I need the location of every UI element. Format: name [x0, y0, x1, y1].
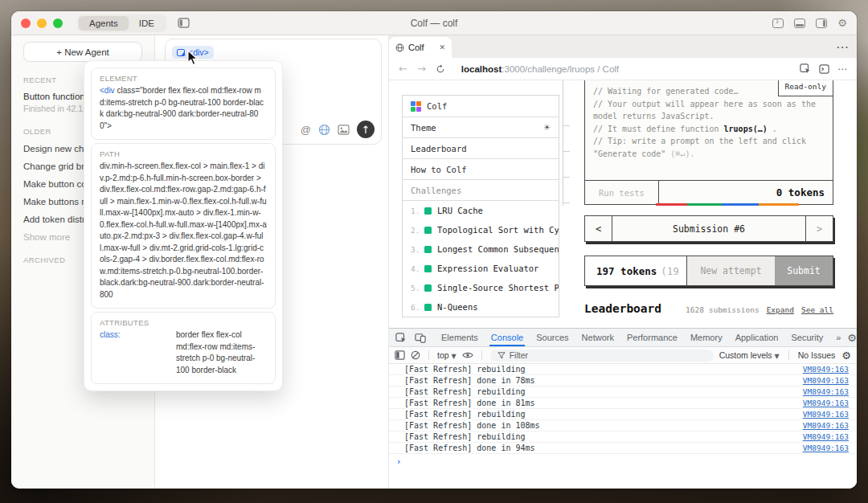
devtools-settings-icon[interactable]: ⚙: [847, 333, 857, 343]
submit-button[interactable]: Submit: [775, 256, 833, 285]
close-window-button[interactable]: [21, 18, 31, 28]
colf-app-viewport: Colf Theme ☀ Leaderboard How to Colf Cha…: [389, 80, 857, 328]
mode-switcher: Agents IDE: [77, 14, 166, 32]
source-link[interactable]: VM8949:163: [803, 376, 849, 385]
attr-value: border flex flex-col md:flex-row md:item…: [176, 329, 267, 376]
challenges-label: Challenges: [411, 186, 461, 195]
devtools-panel: Elements Console Sources Network Perform…: [389, 328, 857, 489]
console-settings-icon[interactable]: ⚙: [841, 350, 851, 361]
nav-leaderboard[interactable]: Leaderboard: [403, 138, 559, 159]
inspect-element-icon[interactable]: [800, 63, 811, 74]
minimize-window-button[interactable]: [37, 18, 47, 28]
code-output-panel: Read-only // Waiting for generated code……: [584, 80, 833, 205]
tab-console[interactable]: Console: [485, 329, 530, 346]
nav-how-to-colf[interactable]: How to Colf: [403, 159, 559, 180]
panel-bottom-icon[interactable]: [794, 18, 805, 28]
console-prompt[interactable]: ›: [389, 454, 857, 466]
nav-theme[interactable]: Theme ☀: [403, 117, 559, 138]
console-log[interactable]: [Fast Refresh] rebuildingVM8949:163 [Fas…: [389, 364, 857, 489]
devtools-inspect-icon[interactable]: [391, 329, 411, 346]
tab-elements[interactable]: Elements: [435, 329, 485, 346]
tab-agents[interactable]: Agents: [79, 16, 129, 31]
colf-logo-row[interactable]: Colf: [403, 96, 559, 117]
devtools-tabbar: Elements Console Sources Network Perform…: [389, 329, 857, 347]
device-toolbar-icon[interactable]: [411, 329, 430, 346]
challenge-item[interactable]: 5.Single-Source Shortest Paths: [403, 278, 559, 297]
leaderboard-section: Leaderboard 1628 submissions Expand See …: [584, 302, 833, 315]
console-filter-input[interactable]: Filter: [490, 350, 714, 362]
browser-globe-icon[interactable]: [318, 124, 330, 136]
solved-square-icon: [424, 246, 432, 253]
address-text[interactable]: localhost:3000/challenge/lruops / Colf: [461, 64, 619, 74]
theme-toggle-icon[interactable]: ☀: [543, 123, 551, 132]
close-tab-icon[interactable]: ✕: [439, 43, 445, 51]
solved-square-icon: [424, 265, 432, 272]
tabstrip-more-icon[interactable]: ⋯: [836, 39, 849, 55]
source-link[interactable]: VM8949:163: [803, 421, 849, 430]
challenge-item[interactable]: 4.Expression Evaluator: [403, 259, 559, 278]
clear-console-icon[interactable]: [411, 350, 420, 360]
tab-security[interactable]: Security: [784, 329, 829, 346]
tab-ide[interactable]: IDE: [129, 16, 165, 31]
colf-logo-icon: [411, 101, 421, 112]
source-link[interactable]: VM8949:163: [803, 444, 849, 452]
eye-icon[interactable]: [462, 351, 473, 359]
zoom-window-button[interactable]: [53, 18, 63, 28]
sidebar-toggle-icon[interactable]: [178, 18, 190, 28]
code-comment: // It must define function lruops(…) .: [593, 123, 825, 136]
inspect-chip-icon: [177, 49, 185, 56]
mouse-cursor: [187, 50, 199, 66]
mention-icon[interactable]: @: [301, 124, 311, 136]
source-link[interactable]: VM8949:163: [803, 410, 849, 419]
source-link[interactable]: VM8949:163: [803, 399, 849, 407]
back-icon[interactable]: ←: [399, 63, 407, 75]
solved-square-icon: [424, 207, 432, 215]
challenge-item[interactable]: 2.Topological Sort with Cycle: [403, 220, 559, 239]
challenge-item[interactable]: 6.N-Queens: [403, 297, 559, 317]
expand-link[interactable]: Expand: [767, 305, 794, 314]
source-link[interactable]: VM8949:163: [803, 432, 849, 441]
panel-terminal-icon[interactable]: [772, 18, 784, 28]
readonly-badge: Read-only: [778, 80, 833, 96]
console-row: [Fast Refresh] done in 78msVM8949:163: [389, 375, 857, 386]
tab-sources[interactable]: Sources: [530, 329, 575, 346]
reload-icon[interactable]: [436, 64, 445, 74]
more-tabs-icon[interactable]: »: [829, 329, 847, 346]
run-tests-button[interactable]: Run tests: [585, 181, 659, 204]
element-tag: <div: [100, 86, 115, 95]
tab-application[interactable]: Application: [729, 329, 785, 346]
prev-submission-button[interactable]: <: [585, 216, 612, 241]
code-comment: // Your output will appear here as soon …: [593, 98, 825, 123]
source-link[interactable]: VM8949:163: [803, 387, 849, 396]
panel-right-icon[interactable]: [816, 18, 827, 28]
settings-gear-icon[interactable]: ⚙: [837, 18, 847, 28]
tooltip-attributes-section: ATTRIBUTES class: border flex flex-col m…: [91, 312, 276, 384]
code-editor[interactable]: Read-only // Waiting for generated code……: [585, 80, 833, 180]
challenge-item[interactable]: 1.LRU Cache: [403, 201, 559, 220]
see-all-link[interactable]: See all: [801, 305, 833, 314]
log-levels-dropdown[interactable]: Custom levels ▼: [719, 350, 780, 360]
new-agent-button[interactable]: + New Agent: [23, 42, 142, 62]
clipped-panel-edge: [563, 80, 563, 206]
context-selector[interactable]: top ▼: [437, 350, 457, 360]
tab-network[interactable]: Network: [575, 329, 620, 346]
source-link[interactable]: VM8949:163: [803, 365, 849, 374]
console-sidebar-icon[interactable]: [395, 350, 405, 360]
send-button[interactable]: ↑: [357, 121, 375, 138]
devtools-panel-icon[interactable]: [819, 64, 829, 74]
attempt-actions: 197 tokens(19 New attempt Submit: [584, 256, 833, 286]
tab-performance[interactable]: Performance: [620, 329, 684, 346]
attach-image-icon[interactable]: [338, 125, 350, 135]
filter-placeholder: Filter: [510, 350, 528, 360]
token-counter: 0 tokens: [659, 181, 833, 204]
challenge-item[interactable]: 3.Longest Common Subsequence: [403, 239, 559, 259]
browser-tab[interactable]: Colf ✕: [389, 37, 452, 58]
challenges-header: Challenges: [403, 180, 559, 201]
urlbar-more-icon[interactable]: ⋯: [837, 63, 847, 75]
tab-memory[interactable]: Memory: [684, 329, 729, 346]
new-attempt-button[interactable]: New attempt: [686, 256, 775, 285]
next-submission-button[interactable]: >: [805, 216, 833, 241]
forward-icon[interactable]: →: [417, 63, 426, 75]
tooltip-element-section: ELEMENT <div class="border flex flex-col…: [91, 67, 276, 140]
issues-counter[interactable]: No Issues: [798, 350, 836, 360]
